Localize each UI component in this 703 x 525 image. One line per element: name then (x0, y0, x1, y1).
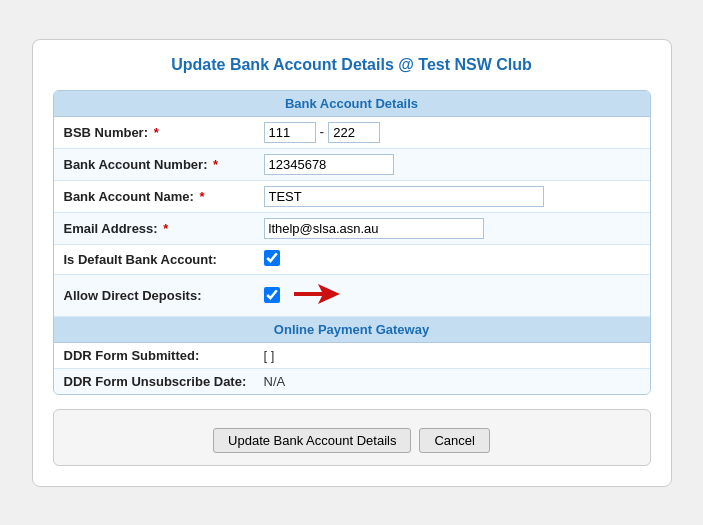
main-container: Update Bank Account Details @ Test NSW C… (32, 39, 672, 487)
bank-account-panel: Bank Account Details BSB Number: * - Ban… (53, 90, 651, 395)
button-panel: Update Bank Account Details Cancel (53, 409, 651, 466)
submit-button[interactable]: Update Bank Account Details (213, 428, 411, 453)
account-number-label: Bank Account Number: * (64, 157, 264, 172)
email-label: Email Address: * (64, 221, 264, 236)
account-name-row: Bank Account Name: * (54, 181, 650, 213)
bsb-row: BSB Number: * - (54, 117, 650, 149)
online-payment-header: Online Payment Gateway (54, 317, 650, 343)
ddr-unsubscribe-row: DDR Form Unsubscribe Date: N/A (54, 369, 650, 394)
bsb-separator: - (320, 124, 325, 140)
email-input[interactable] (264, 218, 484, 239)
ddr-submitted-row: DDR Form Submitted: [ ] (54, 343, 650, 369)
email-row: Email Address: * (54, 213, 650, 245)
allow-deposits-checkbox[interactable] (264, 287, 280, 303)
default-bank-checkbox[interactable] (264, 250, 280, 266)
account-name-input[interactable] (264, 186, 544, 207)
cancel-button[interactable]: Cancel (419, 428, 489, 453)
bank-account-header: Bank Account Details (54, 91, 650, 117)
ddr-unsubscribe-label: DDR Form Unsubscribe Date: (64, 374, 264, 389)
arrow-icon (290, 280, 342, 311)
svg-marker-0 (294, 284, 340, 304)
button-row: Update Bank Account Details Cancel (62, 418, 642, 457)
default-bank-label: Is Default Bank Account: (64, 252, 264, 267)
default-bank-row: Is Default Bank Account: (54, 245, 650, 275)
bsb-part1-input[interactable] (264, 122, 316, 143)
ddr-unsubscribe-value: N/A (264, 374, 640, 389)
bsb-inputs: - (264, 122, 640, 143)
ddr-submitted-label: DDR Form Submitted: (64, 348, 264, 363)
bsb-label: BSB Number: * (64, 125, 264, 140)
account-name-label: Bank Account Name: * (64, 189, 264, 204)
allow-deposits-row: Allow Direct Deposits: (54, 275, 650, 317)
bsb-part2-input[interactable] (328, 122, 380, 143)
allow-deposits-label: Allow Direct Deposits: (64, 288, 264, 303)
account-number-input[interactable] (264, 154, 394, 175)
ddr-submitted-value: [ ] (264, 348, 640, 363)
page-title: Update Bank Account Details @ Test NSW C… (53, 56, 651, 74)
account-number-row: Bank Account Number: * (54, 149, 650, 181)
